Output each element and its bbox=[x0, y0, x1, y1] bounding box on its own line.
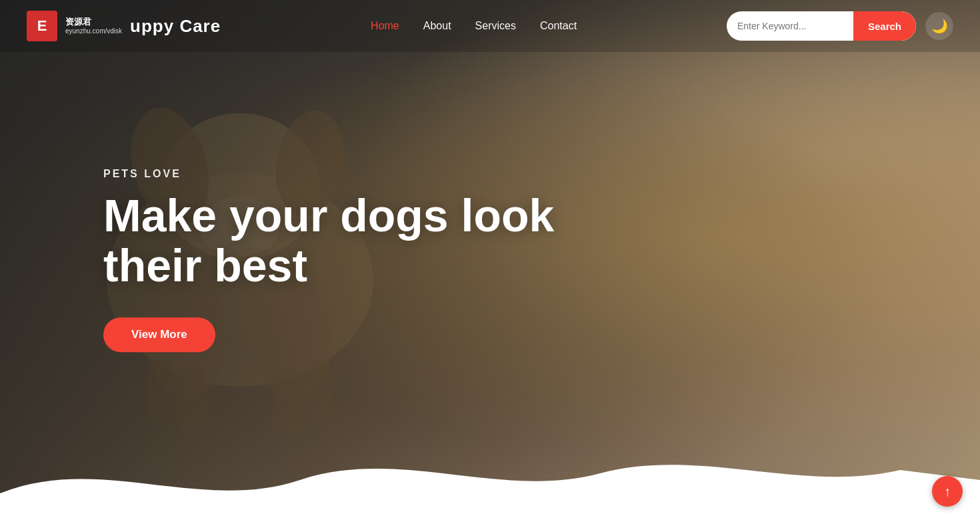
scroll-to-top-button[interactable]: ↑ bbox=[932, 476, 963, 507]
nav-link-contact[interactable]: Contact bbox=[540, 20, 577, 31]
headline-line2: their best bbox=[103, 240, 307, 291]
search-button[interactable]: Search bbox=[853, 11, 916, 41]
navigation: E 资源君 eyunzhu.com/vdisk uppy Care Home A… bbox=[0, 0, 980, 52]
logo-badge: E bbox=[27, 11, 57, 41]
dark-mode-toggle[interactable]: 🌙 bbox=[925, 12, 953, 40]
search-box: Search bbox=[727, 11, 916, 41]
headline-line1: Make your dogs look bbox=[103, 190, 554, 241]
nav-item-home[interactable]: Home bbox=[371, 20, 399, 32]
nav-logo-area: E 资源君 eyunzhu.com/vdisk uppy Care bbox=[27, 11, 221, 41]
nav-link-about[interactable]: About bbox=[423, 20, 451, 31]
hero-content: PETS LOVE Make your dogs look their best… bbox=[103, 168, 554, 352]
nav-links: Home About Services Contact bbox=[371, 20, 577, 32]
nav-item-services[interactable]: Services bbox=[475, 20, 516, 32]
nav-item-about[interactable]: About bbox=[423, 20, 451, 32]
hero-sublabel: PETS LOVE bbox=[103, 168, 554, 180]
nav-item-contact[interactable]: Contact bbox=[540, 20, 577, 32]
search-input[interactable] bbox=[727, 21, 853, 31]
nav-right: Search 🌙 bbox=[727, 11, 953, 41]
nav-link-home[interactable]: Home bbox=[371, 20, 399, 31]
arrow-up-icon: ↑ bbox=[944, 484, 951, 499]
hero-headline: Make your dogs look their best bbox=[103, 191, 554, 291]
nav-link-services[interactable]: Services bbox=[475, 20, 516, 31]
brand-title: uppy Care bbox=[130, 16, 221, 37]
logo-text: 资源君 eyunzhu.com/vdisk bbox=[65, 17, 122, 35]
moon-icon: 🌙 bbox=[931, 18, 948, 34]
view-more-button[interactable]: View More bbox=[103, 317, 215, 352]
hero-section: E 资源君 eyunzhu.com/vdisk uppy Care Home A… bbox=[0, 0, 980, 520]
wave-bottom bbox=[0, 440, 980, 520]
